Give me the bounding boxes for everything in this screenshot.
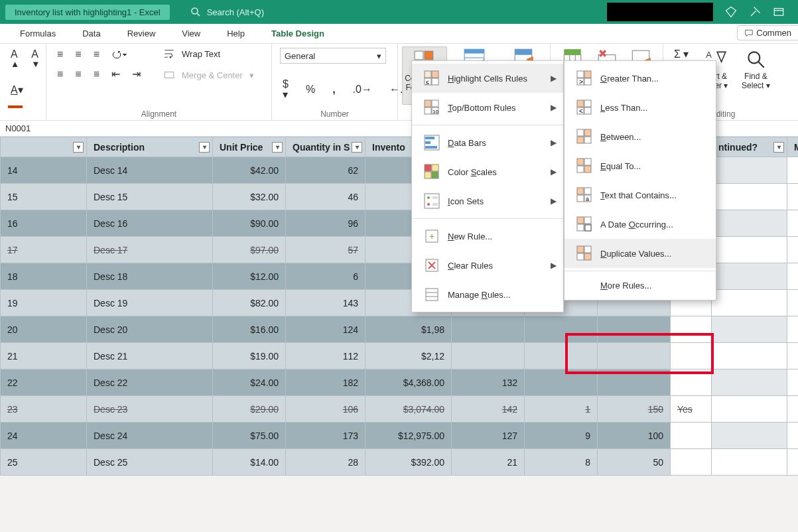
svg-text:a: a (586, 196, 589, 202)
svg-rect-51 (426, 289, 438, 300)
menu-more-rules[interactable]: More Rules... (565, 274, 716, 297)
window-icon[interactable] (773, 6, 785, 18)
svg-rect-41 (425, 172, 431, 178)
tab-review[interactable]: Review (127, 29, 156, 38)
table-row[interactable]: 20Desc 20$16.00124$1,98 (1, 316, 799, 343)
svg-rect-68 (577, 159, 584, 165)
equal-to-icon (576, 158, 592, 174)
highlight-cells-submenu: > Greater Than... < Less Than... Between… (564, 60, 716, 300)
svg-text:≤: ≤ (426, 79, 429, 86)
tab-view[interactable]: View (182, 29, 200, 38)
find-select-button[interactable]: Find & Select ▾ (738, 48, 773, 96)
account-strip (607, 3, 713, 21)
svg-rect-14 (515, 49, 532, 55)
menu-icon-sets[interactable]: Icon Sets▶ (412, 186, 563, 216)
color-scales-icon (424, 164, 440, 180)
svg-rect-59 (577, 100, 584, 107)
search-placeholder: Search (Alt+Q) (207, 7, 264, 17)
number-format-combo[interactable]: General▾ (280, 48, 386, 64)
svg-rect-10 (464, 49, 484, 53)
svg-text:+: + (429, 231, 434, 241)
icon-sets-icon (424, 193, 440, 209)
svg-rect-36 (425, 137, 434, 139)
tab-data[interactable]: Data (82, 29, 100, 38)
number-caption: Number (280, 108, 389, 119)
table-row[interactable]: 22Desc 22$24.00182$4,368.00132 (1, 369, 799, 396)
svg-rect-31 (432, 100, 438, 107)
svg-point-44 (427, 196, 430, 199)
menu-duplicate-values[interactable]: Duplicate Values... (565, 239, 716, 268)
align-left[interactable]: ≡ (54, 68, 66, 81)
pin-icon[interactable] (749, 6, 761, 18)
comments-button[interactable]: Commen (737, 25, 798, 40)
indent-inc[interactable]: ⇥ (129, 68, 143, 81)
comma-button[interactable]: , (330, 83, 338, 96)
svg-rect-47 (432, 203, 438, 206)
menu-color-scales[interactable]: Color Scales▶ (412, 157, 563, 186)
svg-rect-66 (577, 137, 584, 143)
autosum-button[interactable]: Σ ▾ (671, 48, 693, 61)
svg-rect-74 (577, 195, 584, 202)
spreadsheet-area: Description Unit Price Quantity in S Inv… (0, 137, 798, 476)
col-header-1[interactable] (1, 137, 87, 157)
svg-rect-84 (577, 253, 584, 260)
table-row[interactable]: 21Desc 21$19.00112$2,12 (1, 343, 799, 369)
indent-dec[interactable]: ⇤ (109, 68, 123, 81)
align-bottom[interactable]: ≡ (91, 48, 102, 61)
menu-text-contains[interactable]: a Text that Contains... (565, 180, 716, 210)
table-row[interactable]: 24Desc 24$75.00173$12,975.001279100 (1, 423, 799, 449)
menu-data-bars[interactable]: Data Bars▶ (412, 128, 563, 157)
svg-rect-39 (425, 165, 431, 171)
menu-manage-rules[interactable]: Manage Rules... (412, 280, 563, 309)
menu-clear-rules[interactable]: Clear Rules▶ (412, 251, 563, 280)
tab-formulas[interactable]: Formulas (20, 29, 56, 38)
menu-greater-than[interactable]: > Greater Than... (565, 64, 716, 93)
svg-text:>: > (579, 78, 583, 86)
align-center[interactable]: ≡ (72, 68, 84, 81)
svg-rect-30 (425, 100, 431, 107)
percent-button[interactable]: % (303, 83, 318, 96)
tab-table-design[interactable]: Table Design (271, 29, 324, 38)
wrap-text-button[interactable]: Wrap Text (163, 48, 254, 60)
svg-rect-6 (425, 51, 433, 60)
svg-rect-43 (425, 194, 439, 208)
diamond-icon[interactable] (725, 6, 737, 18)
col-header-discontinued[interactable]: ntinued? (712, 137, 787, 157)
align-middle[interactable]: ≡ (72, 48, 84, 61)
search-icon (190, 6, 202, 18)
svg-text:<: < (579, 107, 583, 115)
svg-rect-82 (577, 246, 584, 253)
orientation[interactable]: ⭯▾ (109, 48, 130, 61)
table-row[interactable]: 23Desc 23$29.00106$3,074.001421150Yes (1, 396, 799, 423)
svg-rect-72 (577, 188, 584, 194)
menu-new-rule[interactable]: + New Rule... (412, 222, 563, 251)
title-bar: Inventory list with highlighting1 - Exce… (0, 0, 798, 24)
svg-point-0 (192, 8, 198, 14)
menu-date-occurring[interactable]: A Date Occurring... (565, 210, 716, 239)
menu-top-bottom-rules[interactable]: 10 Top/Bottom Rules▶ (412, 93, 563, 122)
col-header-description[interactable]: Description (87, 137, 213, 157)
date-occurring-icon (576, 216, 592, 232)
currency-button[interactable]: $ ▾ (280, 78, 291, 101)
col-header-unit-price[interactable]: Unit Price (213, 137, 286, 157)
align-right[interactable]: ≡ (91, 68, 102, 81)
increase-decimal[interactable]: .0→ (350, 83, 375, 96)
merge-center-button: Merge & Center ▾ (163, 69, 254, 81)
tab-help[interactable]: Help (227, 29, 245, 38)
table-row[interactable]: 25Desc 25$14.0028$392.0021850 (1, 449, 799, 476)
menu-between[interactable]: Between... (565, 122, 716, 151)
align-top[interactable]: ≡ (54, 48, 66, 61)
menu-highlight-cells-rules[interactable]: ≤ Highlight Cells Rules▶ (412, 64, 563, 93)
ribbon-tabs: Formulas Data Review View Help Table Des… (0, 24, 798, 44)
col-letter-m[interactable]: M (787, 137, 799, 157)
menu-equal-to[interactable]: Equal To... (565, 151, 716, 180)
search-box[interactable]: Search (Alt+Q) (190, 6, 264, 18)
menu-less-than[interactable]: < Less Than... (565, 93, 716, 122)
svg-rect-62 (584, 107, 591, 114)
svg-rect-71 (584, 166, 591, 172)
top-bottom-icon: 10 (424, 100, 440, 115)
svg-rect-57 (584, 78, 591, 85)
svg-rect-65 (584, 129, 591, 136)
new-rule-icon: + (424, 228, 440, 244)
col-header-quantity[interactable]: Quantity in S (286, 137, 366, 157)
